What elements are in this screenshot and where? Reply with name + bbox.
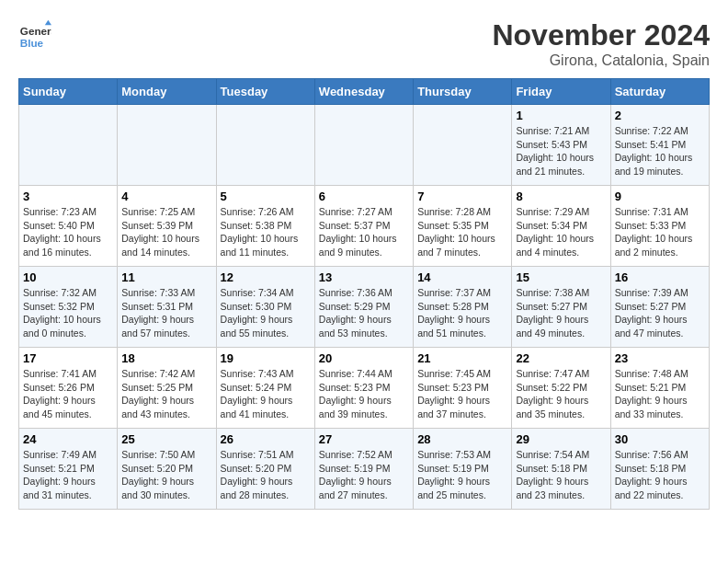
day-number: 19 xyxy=(221,351,311,365)
day-number: 15 xyxy=(516,270,606,284)
calendar-header: Sunday Monday Tuesday Wednesday Thursday… xyxy=(19,79,710,105)
day-number: 23 xyxy=(615,351,705,365)
day-number: 6 xyxy=(319,190,409,203)
day-info: Sunrise: 7:41 AMSunset: 5:26 PMDaylight:… xyxy=(23,367,113,421)
calendar-cell: 19Sunrise: 7:43 AMSunset: 5:24 PMDayligh… xyxy=(216,348,314,429)
calendar-cell xyxy=(216,105,314,186)
day-info: Sunrise: 7:53 AMSunset: 5:19 PMDaylight:… xyxy=(417,448,507,502)
week-row-0: 1Sunrise: 7:21 AMSunset: 5:43 PMDaylight… xyxy=(19,105,710,186)
day-number: 20 xyxy=(319,351,409,365)
calendar-cell: 18Sunrise: 7:42 AMSunset: 5:25 PMDayligh… xyxy=(118,348,216,429)
calendar-cell: 22Sunrise: 7:47 AMSunset: 5:22 PMDayligh… xyxy=(512,348,610,429)
week-row-1: 3Sunrise: 7:23 AMSunset: 5:40 PMDaylight… xyxy=(19,186,710,267)
day-number: 2 xyxy=(615,109,705,122)
calendar-cell: 9Sunrise: 7:31 AMSunset: 5:33 PMDaylight… xyxy=(610,186,709,267)
day-number: 17 xyxy=(23,351,113,365)
day-info: Sunrise: 7:38 AMSunset: 5:27 PMDaylight:… xyxy=(516,286,606,340)
day-info: Sunrise: 7:27 AMSunset: 5:37 PMDaylight:… xyxy=(319,205,409,259)
day-info: Sunrise: 7:22 AMSunset: 5:41 PMDaylight:… xyxy=(615,124,705,178)
day-info: Sunrise: 7:47 AMSunset: 5:22 PMDaylight:… xyxy=(516,367,606,421)
calendar-cell: 8Sunrise: 7:29 AMSunset: 5:34 PMDaylight… xyxy=(512,186,610,267)
day-info: Sunrise: 7:44 AMSunset: 5:23 PMDaylight:… xyxy=(319,367,409,421)
day-number: 9 xyxy=(615,190,705,203)
day-info: Sunrise: 7:31 AMSunset: 5:33 PMDaylight:… xyxy=(615,205,705,259)
calendar-cell xyxy=(19,105,118,186)
calendar-cell: 23Sunrise: 7:48 AMSunset: 5:21 PMDayligh… xyxy=(610,348,709,429)
day-number: 22 xyxy=(516,351,606,365)
day-info: Sunrise: 7:51 AMSunset: 5:20 PMDaylight:… xyxy=(221,448,311,502)
calendar-cell: 12Sunrise: 7:34 AMSunset: 5:30 PMDayligh… xyxy=(216,267,314,348)
day-info: Sunrise: 7:23 AMSunset: 5:40 PMDaylight:… xyxy=(23,205,113,259)
location: Girona, Catalonia, Spain xyxy=(492,52,710,69)
header-friday: Friday xyxy=(512,79,610,105)
calendar-cell: 7Sunrise: 7:28 AMSunset: 5:35 PMDaylight… xyxy=(414,186,512,267)
header-wednesday: Wednesday xyxy=(314,79,413,105)
calendar-cell: 28Sunrise: 7:53 AMSunset: 5:19 PMDayligh… xyxy=(414,429,512,510)
day-number: 11 xyxy=(121,270,211,284)
calendar-cell: 5Sunrise: 7:26 AMSunset: 5:38 PMDaylight… xyxy=(216,186,314,267)
header-monday: Monday xyxy=(118,79,216,105)
day-info: Sunrise: 7:34 AMSunset: 5:30 PMDaylight:… xyxy=(221,286,311,340)
day-info: Sunrise: 7:26 AMSunset: 5:38 PMDaylight:… xyxy=(221,205,311,259)
day-number: 5 xyxy=(221,190,311,203)
calendar-cell xyxy=(414,105,512,186)
day-info: Sunrise: 7:48 AMSunset: 5:21 PMDaylight:… xyxy=(615,367,705,421)
day-number: 3 xyxy=(23,190,113,203)
day-number: 14 xyxy=(417,270,507,284)
day-info: Sunrise: 7:54 AMSunset: 5:18 PMDaylight:… xyxy=(516,448,606,502)
day-info: Sunrise: 7:50 AMSunset: 5:20 PMDaylight:… xyxy=(121,448,211,502)
day-number: 10 xyxy=(23,270,113,284)
calendar-cell: 2Sunrise: 7:22 AMSunset: 5:41 PMDaylight… xyxy=(610,105,709,186)
calendar-cell: 21Sunrise: 7:45 AMSunset: 5:23 PMDayligh… xyxy=(414,348,512,429)
calendar-cell: 17Sunrise: 7:41 AMSunset: 5:26 PMDayligh… xyxy=(19,348,118,429)
calendar-cell: 3Sunrise: 7:23 AMSunset: 5:40 PMDaylight… xyxy=(19,186,118,267)
calendar-cell: 10Sunrise: 7:32 AMSunset: 5:32 PMDayligh… xyxy=(19,267,118,348)
day-number: 28 xyxy=(417,432,507,446)
day-number: 8 xyxy=(516,190,606,203)
calendar-cell: 25Sunrise: 7:50 AMSunset: 5:20 PMDayligh… xyxy=(118,429,216,510)
calendar-cell: 13Sunrise: 7:36 AMSunset: 5:29 PMDayligh… xyxy=(314,267,413,348)
day-number: 4 xyxy=(121,190,211,203)
logo-icon: General Blue xyxy=(18,18,51,52)
day-info: Sunrise: 7:36 AMSunset: 5:29 PMDaylight:… xyxy=(319,286,409,340)
calendar-cell: 27Sunrise: 7:52 AMSunset: 5:19 PMDayligh… xyxy=(314,429,413,510)
svg-text:General: General xyxy=(20,25,51,37)
day-info: Sunrise: 7:45 AMSunset: 5:23 PMDaylight:… xyxy=(417,367,507,421)
header-thursday: Thursday xyxy=(414,79,512,105)
calendar-cell: 1Sunrise: 7:21 AMSunset: 5:43 PMDaylight… xyxy=(512,105,610,186)
calendar-cell: 4Sunrise: 7:25 AMSunset: 5:39 PMDaylight… xyxy=(118,186,216,267)
day-number: 29 xyxy=(516,432,606,446)
day-info: Sunrise: 7:42 AMSunset: 5:25 PMDaylight:… xyxy=(121,367,211,421)
day-number: 30 xyxy=(615,432,705,446)
calendar-cell: 26Sunrise: 7:51 AMSunset: 5:20 PMDayligh… xyxy=(216,429,314,510)
day-info: Sunrise: 7:21 AMSunset: 5:43 PMDaylight:… xyxy=(516,124,606,178)
day-info: Sunrise: 7:28 AMSunset: 5:35 PMDaylight:… xyxy=(417,205,507,259)
day-number: 26 xyxy=(221,432,311,446)
day-info: Sunrise: 7:49 AMSunset: 5:21 PMDaylight:… xyxy=(23,448,113,502)
day-info: Sunrise: 7:32 AMSunset: 5:32 PMDaylight:… xyxy=(23,286,113,340)
calendar-cell: 30Sunrise: 7:56 AMSunset: 5:18 PMDayligh… xyxy=(610,429,709,510)
page-header: General Blue November 2024 Girona, Catal… xyxy=(18,18,710,69)
calendar-cell: 6Sunrise: 7:27 AMSunset: 5:37 PMDaylight… xyxy=(314,186,413,267)
calendar-cell: 20Sunrise: 7:44 AMSunset: 5:23 PMDayligh… xyxy=(314,348,413,429)
week-row-2: 10Sunrise: 7:32 AMSunset: 5:32 PMDayligh… xyxy=(19,267,710,348)
calendar-cell: 24Sunrise: 7:49 AMSunset: 5:21 PMDayligh… xyxy=(19,429,118,510)
day-info: Sunrise: 7:43 AMSunset: 5:24 PMDaylight:… xyxy=(221,367,311,421)
day-info: Sunrise: 7:56 AMSunset: 5:18 PMDaylight:… xyxy=(615,448,705,502)
calendar-cell: 14Sunrise: 7:37 AMSunset: 5:28 PMDayligh… xyxy=(414,267,512,348)
calendar-cell: 29Sunrise: 7:54 AMSunset: 5:18 PMDayligh… xyxy=(512,429,610,510)
svg-marker-2 xyxy=(45,20,51,25)
header-sunday: Sunday xyxy=(19,79,118,105)
day-info: Sunrise: 7:33 AMSunset: 5:31 PMDaylight:… xyxy=(121,286,211,340)
day-info: Sunrise: 7:39 AMSunset: 5:27 PMDaylight:… xyxy=(615,286,705,340)
calendar-cell xyxy=(118,105,216,186)
logo: General Blue xyxy=(18,18,51,52)
day-number: 24 xyxy=(23,432,113,446)
day-number: 1 xyxy=(516,109,606,122)
calendar-table: Sunday Monday Tuesday Wednesday Thursday… xyxy=(18,78,710,510)
day-number: 13 xyxy=(319,270,409,284)
calendar-cell: 16Sunrise: 7:39 AMSunset: 5:27 PMDayligh… xyxy=(610,267,709,348)
day-number: 16 xyxy=(615,270,705,284)
day-number: 12 xyxy=(221,270,311,284)
day-number: 25 xyxy=(121,432,211,446)
